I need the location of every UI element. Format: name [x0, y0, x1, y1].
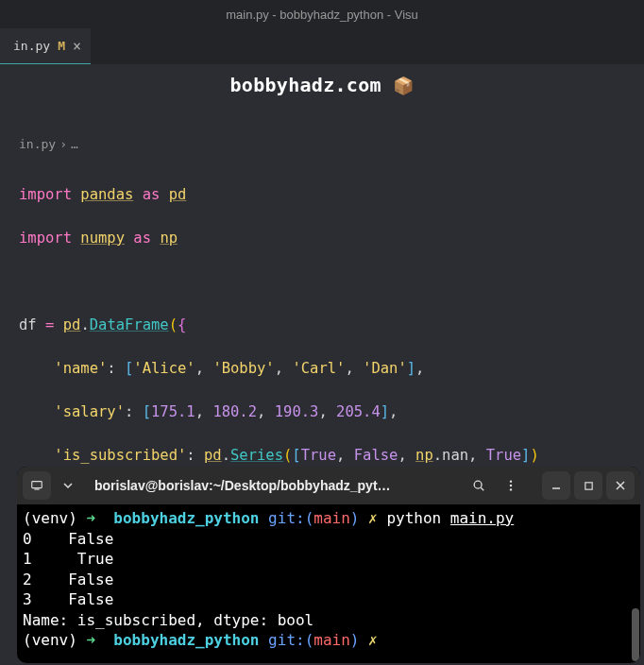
chevron-right-icon: › — [59, 137, 67, 151]
terminal-output: 3 False — [23, 590, 113, 608]
search-button[interactable] — [465, 471, 493, 500]
new-tab-button[interactable] — [23, 471, 51, 500]
minimize-icon — [551, 480, 562, 491]
box-icon: 📦 — [393, 76, 414, 95]
terminal-title: borislav@borislav:~/Desktop/bobbyhadz_py… — [85, 478, 461, 493]
breadcrumb-more: … — [71, 137, 78, 151]
terminal-output: 0 False — [23, 530, 113, 548]
terminal-window: borislav@borislav:~/Desktop/bobbyhadz_py… — [17, 467, 640, 663]
code-line: 'name': ['Alice', 'Bobby', 'Carl', 'Dan'… — [19, 358, 625, 380]
search-icon — [472, 479, 485, 492]
dropdown-button[interactable] — [55, 472, 81, 499]
maximize-icon — [584, 481, 594, 491]
svg-line-3 — [481, 487, 483, 490]
tab-main-py[interactable]: in.py M × — [0, 28, 91, 64]
menu-button[interactable] — [497, 471, 525, 500]
scrollbar[interactable] — [632, 608, 639, 661]
code-line: 'salary': [175.1, 180.2, 190.3, 205.4], — [19, 401, 625, 423]
window-title-bar: main.py - bobbyhadz_python - Visu — [0, 0, 644, 28]
terminal-output: Name: is_subscribed, dtype: bool — [23, 611, 314, 629]
svg-rect-8 — [585, 482, 591, 488]
close-icon[interactable]: × — [73, 38, 81, 55]
computer-icon — [30, 479, 43, 492]
close-button[interactable] — [606, 471, 635, 500]
code-line: import pandas as pd — [19, 184, 625, 206]
code-line: df = pd.DataFrame({ — [19, 315, 625, 336]
svg-point-5 — [510, 485, 512, 486]
header-text: bobbyhadz.com — [229, 74, 381, 96]
window-title: main.py - bobbyhadz_python - Visu — [226, 8, 418, 22]
minimize-button[interactable] — [542, 471, 570, 500]
tab-filename: in.py — [13, 39, 50, 53]
svg-rect-1 — [34, 489, 39, 490]
terminal-output: 1 True — [23, 550, 113, 568]
svg-rect-0 — [32, 482, 42, 488]
svg-point-6 — [510, 488, 512, 490]
code-line: 'is_subscribed': pd.Series([True, False,… — [19, 445, 625, 467]
breadcrumb-file: in.py — [19, 137, 56, 151]
kebab-icon — [504, 479, 517, 492]
tab-bar: in.py M × — [0, 28, 644, 64]
code-line: import numpy as np — [19, 228, 625, 249]
maximize-button[interactable] — [574, 471, 602, 500]
terminal-header: borislav@borislav:~/Desktop/bobbyhadz_py… — [17, 467, 640, 504]
terminal-output: 2 False — [23, 571, 113, 588]
page-title: bobbyhadz.com 📦 — [0, 64, 644, 110]
svg-point-4 — [510, 480, 512, 482]
close-icon — [615, 480, 626, 491]
chevron-down-icon — [63, 481, 73, 490]
terminal-body[interactable]: (venv) ➜ bobbyhadz_python git:(main) ✗ p… — [17, 504, 640, 663]
tab-modified-indicator: M — [58, 39, 65, 53]
code-line — [19, 271, 625, 293]
breadcrumb[interactable]: in.py›… — [19, 131, 625, 162]
svg-point-2 — [474, 481, 482, 488]
